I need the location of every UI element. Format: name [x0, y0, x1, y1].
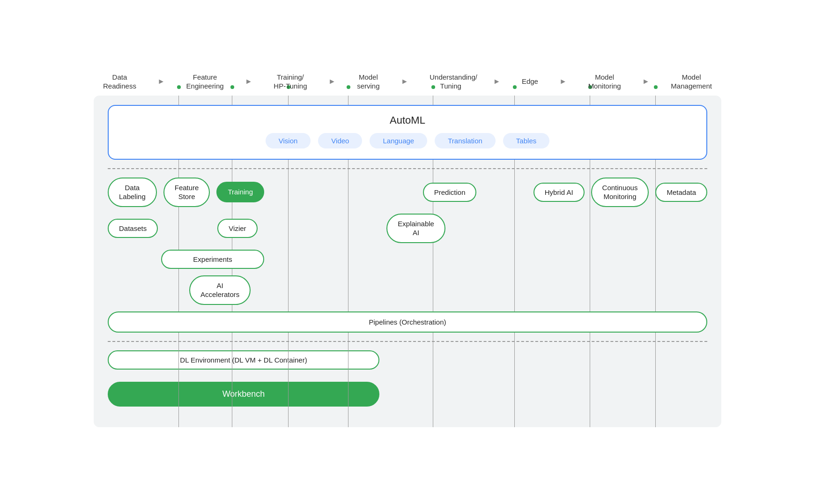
pipeline-step-training: Training/ HP-Tuning: [274, 73, 307, 91]
pipeline-step-model-management: Model Management: [671, 73, 712, 91]
pill-explainable-ai[interactable]: Explainable AI: [386, 214, 445, 243]
pill-workbench[interactable]: Workbench: [108, 382, 379, 407]
row-dl-env: DL Environment (DL VM + DL Container): [108, 350, 707, 370]
pipeline-step-feature-engineering: Feature Engineering: [186, 73, 224, 91]
arrow-icon-1: ►: [157, 77, 165, 86]
automl-box: AutoML Vision Video Language Translation: [108, 105, 707, 160]
row-1: Data Labeling Feature Store Training Pre…: [108, 178, 707, 207]
row-4: AI Accelerators: [108, 275, 707, 305]
pill-experiments[interactable]: Experiments: [161, 250, 264, 269]
diagram-wrapper: Data Readiness ► Feature Engineering ► T…: [84, 68, 731, 437]
arrow-icon-6: ►: [559, 77, 567, 86]
row-2: Datasets Vizier Explainable AI: [108, 214, 707, 243]
automl-title: AutoML: [123, 114, 692, 126]
automl-chip-tables[interactable]: Tables: [503, 133, 549, 148]
automl-chip-translation[interactable]: Translation: [435, 133, 496, 148]
dashed-separator-bottom: [108, 341, 707, 342]
pill-dl-environment[interactable]: DL Environment (DL VM + DL Container): [108, 350, 379, 370]
arrow-icon-5: ►: [493, 77, 501, 86]
automl-chip-video[interactable]: Video: [318, 133, 362, 148]
arrow-icon-7: ►: [642, 77, 650, 86]
pill-datasets[interactable]: Datasets: [108, 219, 158, 238]
pipeline-step-model-monitoring: Model Monitoring: [588, 73, 621, 91]
pipeline-step-model-serving: Model serving: [357, 73, 379, 91]
arrow-icon-2: ►: [245, 77, 252, 86]
pipeline-step-data-readiness: Data Readiness: [103, 73, 136, 91]
pipeline-header: Data Readiness ► Feature Engineering ► T…: [84, 68, 731, 91]
row-pipelines: Pipelines (Orchestration): [108, 311, 707, 333]
pipeline-step-understanding: Understanding/ Tuning: [430, 73, 472, 91]
automl-section: AutoML Vision Video Language Translation: [108, 105, 707, 160]
dashed-separator-top: [108, 168, 707, 169]
row-workbench: Workbench: [108, 382, 707, 407]
pill-continuous-monitoring[interactable]: Continuous Monitoring: [591, 178, 649, 207]
pill-training[interactable]: Training: [216, 182, 264, 202]
main-diagram: AutoML Vision Video Language Translation: [94, 96, 721, 427]
pill-hybrid-ai[interactable]: Hybrid AI: [533, 183, 585, 202]
pill-vizier[interactable]: Vizier: [217, 219, 257, 238]
automl-chips: Vision Video Language Translation Tables: [123, 133, 692, 148]
arrow-icon-3: ►: [328, 77, 336, 86]
pipeline-step-edge: Edge: [522, 77, 538, 86]
green-boxes-area: Data Labeling Feature Store Training Pre…: [108, 178, 707, 333]
pill-metadata[interactable]: Metadata: [655, 183, 707, 202]
automl-chip-vision[interactable]: Vision: [266, 133, 311, 148]
pill-feature-store[interactable]: Feature Store: [163, 178, 210, 207]
pill-ai-accelerators[interactable]: AI Accelerators: [189, 275, 251, 305]
row-3: Experiments: [108, 250, 707, 269]
pill-prediction[interactable]: Prediction: [423, 183, 477, 202]
pill-data-labeling[interactable]: Data Labeling: [108, 178, 157, 207]
automl-chip-language[interactable]: Language: [370, 133, 427, 148]
bottom-section: DL Environment (DL VM + DL Container) Wo…: [108, 350, 707, 413]
pill-pipelines[interactable]: Pipelines (Orchestration): [108, 311, 707, 333]
arrow-icon-4: ►: [401, 77, 408, 86]
